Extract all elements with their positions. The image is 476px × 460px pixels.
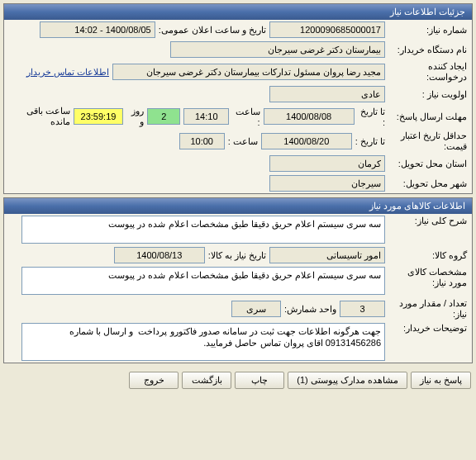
city-label: شهر محل تحویل: — [388, 178, 467, 189]
public-datetime-label: تاریخ و ساعت اعلان عمومی: — [159, 25, 266, 36]
group-field — [269, 247, 385, 263]
time-label-1: ساعت : — [232, 107, 259, 127]
panel-header-details: جزئیات اطلاعات نیاز — [4, 4, 472, 20]
group-label: گروه کالا: — [388, 250, 467, 261]
desc-label: شرح کلی نیاز: — [388, 216, 467, 226]
price-valid-label: حداقل تاریخ اعتبار قیمت: — [388, 130, 467, 152]
goods-panel: اطلاعات کالاهای مورد نیاز شرح کلی نیاز: … — [3, 197, 473, 363]
creator-field — [112, 64, 385, 80]
need-no-label: شماره نیاز: — [388, 25, 467, 36]
spec-field — [21, 267, 385, 295]
price-date-field — [261, 133, 352, 149]
unit-label: واحد شمارش: — [284, 304, 336, 315]
panel-header-goods: اطلاعات کالاهای مورد نیاز — [4, 198, 472, 214]
unit-field — [231, 301, 281, 317]
need-date-field — [114, 247, 205, 263]
footer-toolbar: پاسخ به نیاز مشاهده مدارک پیوستی (1) چاپ… — [0, 367, 476, 394]
back-button[interactable]: بازگشت — [182, 372, 231, 389]
print-button[interactable]: چاپ — [235, 372, 284, 389]
desc-field — [21, 216, 385, 244]
province-field — [269, 155, 385, 172]
need-date-label: تاریخ نیاز به کالا: — [208, 250, 266, 261]
countdown-field — [74, 108, 123, 125]
days-and-label: روز و — [126, 106, 144, 127]
reply-time-field — [183, 108, 229, 125]
days-remaining-field — [147, 108, 180, 125]
to-date-label-1: تا تاریخ : — [358, 107, 385, 127]
public-datetime-field — [40, 21, 155, 38]
priority-field — [269, 86, 385, 102]
buyer-note-label: توضیحات خریدار: — [388, 323, 467, 334]
time-label-2: ساعت : — [228, 136, 258, 147]
exit-button[interactable]: خروج — [129, 372, 178, 389]
buyer-contact-link[interactable]: اطلاعات تماس خریدار — [26, 67, 109, 78]
province-label: استان محل تحویل: — [388, 159, 467, 169]
buyer-label: نام دستگاه خریدار: — [388, 45, 467, 55]
to-date-label-2: تا تاریخ : — [355, 136, 385, 147]
price-time-field — [179, 133, 225, 149]
spec-label: مشخصات کالای مورد نیاز: — [388, 267, 467, 288]
need-details-panel: جزئیات اطلاعات نیاز شماره نیاز: تاریخ و … — [3, 3, 473, 194]
reply-date-field — [264, 108, 355, 125]
respond-button[interactable]: پاسخ به نیاز — [411, 372, 471, 389]
attachments-button[interactable]: مشاهده مدارک پیوستی (1) — [288, 372, 407, 389]
creator-label: ایجاد کننده درخواست: — [388, 61, 467, 83]
reply-deadline-label: مهلت ارسال پاسخ: — [388, 111, 467, 122]
need-no-field — [269, 21, 385, 38]
remaining-label: ساعت باقی مانده — [9, 106, 70, 127]
buyer-field — [170, 41, 385, 58]
buyer-note-field — [21, 323, 385, 361]
qty-field — [340, 301, 385, 317]
city-field — [269, 175, 385, 192]
priority-label: اولویت نیاز : — [388, 89, 467, 100]
qty-label: تعداد / مقدار مورد نیاز: — [388, 298, 467, 320]
